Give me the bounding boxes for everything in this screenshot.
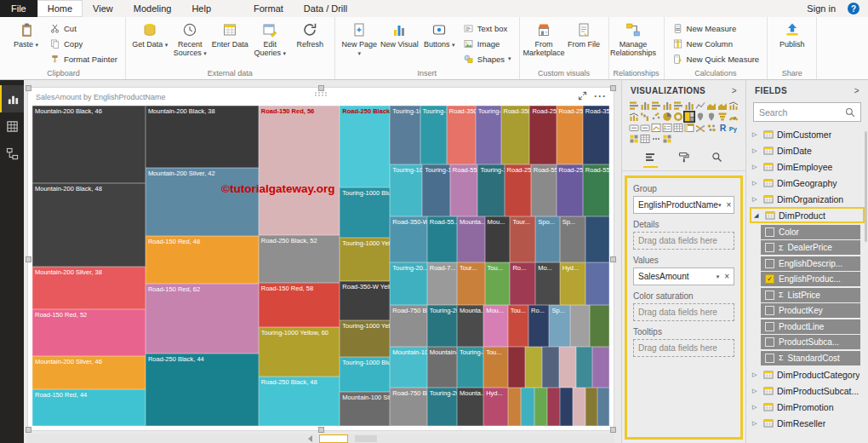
data-view-icon[interactable] [0, 112, 24, 140]
viz-type-area-icon[interactable] [706, 101, 717, 111]
ribbon-tab-data-drill[interactable]: Data / Drill [294, 0, 357, 17]
viz-type-funnel-icon[interactable] [717, 112, 728, 122]
viz-type-waterfall-icon[interactable] [640, 112, 650, 122]
treemap-tile[interactable]: Touring-2... [457, 347, 483, 388]
image-button[interactable]: Image [460, 36, 515, 51]
viz-type-bars-h-icon[interactable] [673, 101, 683, 111]
treemap-tile[interactable] [560, 388, 573, 426]
treemap-tile[interactable] [508, 388, 522, 426]
page-nav-arrow[interactable] [308, 435, 312, 442]
treemap-tile[interactable]: Road-350-W Ye... [390, 216, 426, 262]
new-measure-button[interactable]: New Measure [669, 20, 763, 36]
treemap-tile[interactable] [559, 347, 576, 388]
viz-type-treemap-icon[interactable] [684, 112, 694, 122]
table-dimpromotion[interactable]: ▷DimPromotion [750, 399, 865, 415]
search-input[interactable]: Search [753, 102, 861, 122]
field-color[interactable]: Color [761, 225, 860, 239]
treemap-tile[interactable]: Road-250... [505, 164, 531, 216]
viz-type-bars-h-icon[interactable] [629, 101, 639, 111]
treemap-tile[interactable]: Mounta... [457, 216, 485, 262]
treemap-tile[interactable]: Road-250... [557, 106, 583, 164]
viz-type-area-icon[interactable] [717, 101, 728, 111]
treemap-tile[interactable]: Mountain-200 Silver, 38 [32, 267, 146, 309]
well-color-saturation[interactable]: Drag data fields here [633, 303, 734, 321]
get-data-button[interactable]: Get Data ▾ [130, 19, 170, 49]
viz-type-map-icon[interactable] [695, 112, 705, 122]
copy-button[interactable]: Copy [46, 36, 121, 51]
table-dimcustomer[interactable]: ▷DimCustomer [750, 126, 865, 142]
table-dimproduct[interactable]: ◢DimProduct [750, 207, 865, 223]
treemap-tile[interactable] [592, 347, 609, 388]
treemap-tile[interactable]: Road-250 Black, 52 [259, 235, 340, 283]
cut-button[interactable]: Cut [46, 20, 121, 36]
treemap-tile[interactable]: Road-250 Black, 48 [259, 377, 340, 426]
field-productline[interactable]: ProductLine [761, 319, 860, 334]
treemap-tile[interactable] [534, 388, 547, 426]
treemap-tile[interactable]: Ro... [528, 305, 549, 347]
add-page-tab[interactable] [355, 435, 377, 442]
viz-type-r-icon[interactable]: R [717, 123, 728, 133]
selection-handle[interactable] [610, 427, 616, 433]
remove-field-icon[interactable]: × [724, 272, 729, 281]
treemap-tile[interactable] [585, 216, 609, 262]
viz-type-map-icon[interactable] [706, 112, 717, 122]
treemap-tile[interactable]: Road-150 Red, 48 [146, 236, 259, 285]
treemap-tile[interactable]: Touring-10... [390, 106, 420, 164]
treemap-tile[interactable]: Touring-1... [420, 106, 447, 164]
ribbon-tab-home[interactable]: Home [37, 0, 83, 17]
treemap-tile[interactable]: Road-150 Red, 56 [259, 106, 340, 235]
treemap-tile[interactable]: Mounta... [457, 305, 483, 347]
collapse-panel-icon[interactable]: > [854, 86, 859, 95]
format-painter-button[interactable]: Format Painter [46, 51, 121, 66]
treemap-tile[interactable]: Touring-20... [427, 388, 457, 426]
well-details[interactable]: Drag data fields here [633, 232, 734, 250]
treemap-tile[interactable] [525, 347, 542, 388]
expander-icon[interactable]: ◢ [754, 212, 762, 219]
treemap-tile[interactable]: Road-55... [427, 216, 457, 262]
help-icon[interactable]: ? [848, 3, 859, 14]
treemap-tile[interactable]: Mountain-200 Black, 46 [32, 106, 146, 183]
treemap-tile[interactable]: Road-750 Black... [390, 388, 426, 426]
new-page-button[interactable]: New Page ▾ [340, 19, 380, 57]
scrollbar[interactable] [865, 131, 867, 242]
treemap-tile[interactable]: Touring-1... [477, 164, 504, 216]
treemap-tile[interactable]: Touring-... [476, 106, 501, 164]
treemap-tile[interactable]: Spo... [535, 216, 559, 262]
treemap-tile[interactable]: Road-250 Black, 44 [146, 354, 259, 426]
selection-handle[interactable] [610, 85, 616, 91]
treemap-tile[interactable]: Road-150 Red, 62 [146, 284, 259, 353]
viz-type-ribbonviz-icon[interactable] [695, 123, 705, 133]
visual-drag-handle-icon[interactable] [312, 89, 329, 99]
treemap-tile[interactable] [597, 388, 609, 426]
new-column-button[interactable]: New Column [669, 36, 763, 51]
viz-type-more-icon[interactable] [651, 134, 661, 144]
treemap-tile[interactable]: Hyd... [560, 262, 585, 305]
field-checkbox[interactable]: ✓ [765, 274, 774, 284]
more-options-icon[interactable]: ··· [594, 90, 607, 102]
table-dimemployee[interactable]: ▷DimEmployee [750, 158, 865, 175]
treemap-tile[interactable]: Road-350... [447, 106, 476, 164]
refresh-button[interactable]: Refresh [290, 19, 330, 49]
remove-field-icon[interactable]: × [726, 200, 731, 210]
treemap-tile[interactable]: Touring-10... [422, 164, 450, 216]
shapes-button[interactable]: Shapes▾ [460, 51, 515, 66]
selection-handle[interactable] [26, 427, 31, 433]
field-dropdown-icon[interactable]: ▾ [718, 202, 722, 209]
treemap-tile[interactable] [573, 388, 585, 426]
treemap-tile[interactable] [542, 347, 559, 388]
buttons-button[interactable]: Buttons ▾ [420, 19, 460, 49]
edit-queries-button[interactable]: Edit Queries ▾ [250, 19, 290, 57]
selection-handle[interactable] [610, 256, 616, 262]
field-dropdown-icon[interactable]: ▾ [717, 273, 720, 280]
manage-relationships-button[interactable]: Manage Relationships [614, 19, 654, 57]
treemap-tile[interactable]: Ro... [510, 262, 535, 305]
collapse-panel-icon[interactable]: > [732, 86, 737, 95]
text-box-button[interactable]: Text box [460, 20, 515, 36]
field-checkbox[interactable] [765, 306, 774, 315]
treemap-tile[interactable]: Tou... [485, 262, 511, 305]
table-dimreseller[interactable]: ▷DimReseller [750, 415, 865, 431]
new-visual-button[interactable]: New Visual [380, 19, 420, 49]
expander-icon[interactable]: ▷ [752, 164, 760, 170]
treemap-tile[interactable]: Mountain-10... [427, 347, 457, 388]
treemap-tile[interactable]: Mountain-100 ... [390, 347, 426, 388]
